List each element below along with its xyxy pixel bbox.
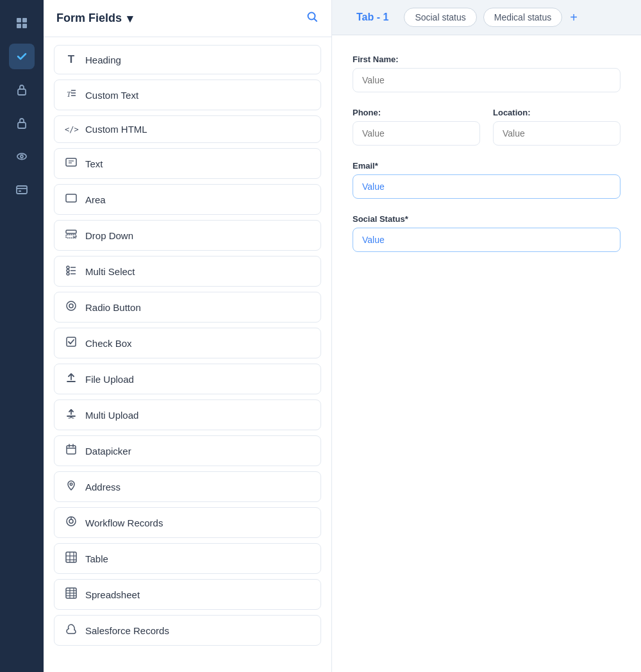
form-subgroup-phone: Phone:: [353, 108, 480, 146]
field-item-custom-html[interactable]: </> Custom HTML: [54, 115, 321, 143]
form-group-social-status: Social Status*: [353, 214, 620, 252]
field-label-multi-upload: Multi Upload: [85, 410, 138, 421]
input-location[interactable]: [493, 121, 620, 146]
field-label-heading: Heading: [85, 55, 121, 65]
field-item-area[interactable]: Area: [54, 184, 321, 215]
svg-line-12: [315, 19, 317, 22]
field-item-text[interactable]: Text: [54, 148, 321, 179]
text-icon: [65, 156, 78, 171]
svg-point-29: [67, 301, 76, 310]
field-label-multi-select: Multi Select: [85, 266, 135, 277]
field-item-checkbox[interactable]: Check Box: [54, 328, 321, 358]
field-item-multi-upload[interactable]: Multi Upload: [54, 399, 321, 430]
svg-rect-3: [22, 24, 27, 28]
tabs-bar: Tab - 1 Social status Medical status +: [332, 0, 641, 35]
dropdown-icon: [65, 228, 78, 242]
panel-title-text: Form Fields: [56, 12, 122, 25]
input-social-status[interactable]: [353, 228, 620, 252]
field-item-address[interactable]: Address: [54, 471, 321, 502]
sidebar: [0, 0, 44, 672]
heading-icon: T: [65, 53, 78, 66]
field-label-spreadsheet: Spreadsheet: [85, 589, 140, 600]
workflow-icon: [65, 516, 78, 530]
input-phone[interactable]: [353, 121, 480, 146]
svg-rect-0: [17, 18, 21, 22]
field-label-custom-text: Custom Text: [85, 90, 138, 101]
svg-point-6: [17, 154, 26, 160]
address-icon: [65, 480, 78, 494]
svg-point-30: [69, 304, 73, 308]
form-subgroup-location: Location:: [493, 108, 620, 146]
field-item-workflow[interactable]: Workflow Records: [54, 507, 321, 538]
field-label-text: Text: [85, 158, 103, 169]
datapicker-icon: [65, 444, 78, 458]
svg-point-7: [21, 155, 23, 158]
input-email[interactable]: [353, 174, 620, 199]
field-label-workflow: Workflow Records: [85, 517, 163, 528]
svg-rect-10: [19, 190, 21, 192]
field-label-datapicker: Datapicker: [85, 446, 131, 457]
svg-point-25: [67, 269, 69, 272]
svg-rect-20: [66, 194, 76, 202]
field-label-address: Address: [85, 482, 121, 492]
svg-text:T: T: [67, 90, 72, 99]
field-label-radio: Radio Button: [85, 302, 141, 313]
field-item-salesforce[interactable]: Salesforce Records: [54, 615, 321, 646]
field-item-radio[interactable]: Radio Button: [54, 292, 321, 323]
form-group-phone-location: Phone: Location:: [353, 108, 620, 146]
field-item-spreadsheet[interactable]: Spreadsheet: [54, 579, 321, 610]
label-social-status: Social Status*: [353, 214, 620, 224]
svg-rect-1: [22, 18, 27, 22]
field-item-dropdown[interactable]: Drop Down: [54, 220, 321, 251]
multi-upload-icon: [65, 408, 78, 422]
field-item-file-upload[interactable]: File Upload: [54, 364, 321, 394]
field-label-salesforce: Salesforce Records: [85, 625, 169, 636]
field-label-area: Area: [85, 194, 106, 205]
field-item-heading[interactable]: T Heading: [54, 45, 321, 74]
form-group-firstname: First Name:: [353, 55, 620, 92]
checkbox-icon: [65, 336, 78, 350]
svg-rect-17: [66, 158, 76, 166]
svg-rect-42: [66, 552, 76, 562]
file-upload-icon: [65, 372, 78, 386]
panel-title-chevron[interactable]: ▾: [127, 12, 133, 26]
label-location: Location:: [493, 108, 620, 117]
field-label-file-upload: File Upload: [85, 374, 134, 385]
svg-rect-5: [18, 122, 26, 128]
field-item-custom-text[interactable]: T Custom Text: [54, 80, 321, 110]
fields-list: T Heading T Custom Text </> Custom HTML: [44, 37, 331, 672]
custom-html-icon: </>: [65, 125, 78, 134]
main-area: Tab - 1 Social status Medical status + F…: [332, 0, 641, 672]
field-label-checkbox: Check Box: [85, 338, 132, 349]
svg-point-27: [67, 273, 69, 275]
area-icon: [65, 192, 78, 206]
svg-rect-34: [67, 446, 76, 454]
svg-rect-2: [17, 24, 21, 28]
tab-add-button[interactable]: +: [570, 10, 578, 25]
table-icon: [65, 551, 78, 566]
search-button[interactable]: [306, 10, 319, 26]
sidebar-icon-lock1[interactable]: [9, 77, 35, 103]
tab-active[interactable]: Tab - 1: [347, 8, 397, 27]
svg-rect-4: [18, 89, 26, 95]
field-item-datapicker[interactable]: Datapicker: [54, 435, 321, 466]
field-item-multi-select[interactable]: Multi Select: [54, 256, 321, 287]
sidebar-icon-eye[interactable]: [9, 144, 35, 169]
field-item-table[interactable]: Table: [54, 543, 321, 574]
sidebar-icon-card[interactable]: [9, 177, 35, 203]
svg-point-23: [67, 266, 69, 269]
svg-point-38: [70, 483, 72, 485]
sidebar-icon-lock2[interactable]: [9, 110, 35, 136]
panel-title: Form Fields ▾: [56, 12, 133, 26]
sidebar-icon-grid[interactable]: [9, 10, 35, 36]
radio-icon: [65, 300, 78, 314]
custom-text-icon: T: [65, 88, 78, 102]
sidebar-icon-check[interactable]: [9, 44, 35, 69]
field-label-table: Table: [85, 553, 108, 564]
tab-social-status[interactable]: Social status: [404, 8, 476, 27]
input-firstname[interactable]: [353, 68, 620, 92]
svg-rect-8: [17, 186, 27, 194]
label-phone: Phone:: [353, 108, 480, 117]
tab-medical-status[interactable]: Medical status: [483, 8, 562, 27]
svg-rect-21: [66, 230, 76, 233]
